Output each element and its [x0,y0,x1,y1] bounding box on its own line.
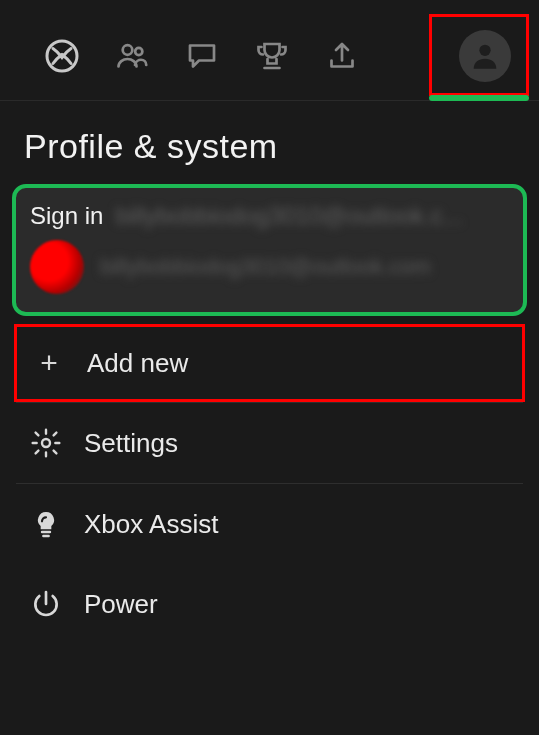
achievements-tab[interactable] [252,36,292,76]
profile-tab[interactable] [459,30,511,82]
add-new-button[interactable]: + Add new [14,324,525,402]
person-icon [468,39,502,73]
account-row: billybobbiodog3010@outlook.com [30,240,509,294]
add-new-label: Add new [87,348,188,379]
xbox-icon [44,38,80,74]
signin-row: Sign in billybobbiodog3010@outlook.c... [30,202,509,230]
svg-point-1 [123,45,133,55]
lightbulb-icon [28,506,64,542]
signin-label: Sign in [30,202,103,230]
power-label: Power [84,589,158,620]
top-tab-bar [0,0,539,101]
xbox-tab[interactable] [42,36,82,76]
friends-tab[interactable] [112,36,152,76]
signin-email-masked: billybobbiodog3010@outlook.c... [115,202,509,230]
active-tab-underline [429,95,529,101]
trophy-icon [254,38,290,74]
xbox-assist-button[interactable]: Xbox Assist [14,484,525,564]
gear-icon [28,425,64,461]
power-button[interactable]: Power [14,564,525,644]
plus-icon: + [31,345,67,381]
upload-icon [324,38,360,74]
settings-label: Settings [84,428,178,459]
xbox-assist-label: Xbox Assist [84,509,218,540]
page-title: Profile & system [0,101,539,180]
svg-point-2 [135,48,142,55]
upload-tab[interactable] [322,36,362,76]
svg-point-3 [479,45,490,56]
chat-tab[interactable] [182,36,222,76]
power-icon [28,586,64,622]
chat-icon [184,38,220,74]
settings-button[interactable]: Settings [14,403,525,483]
account-card[interactable]: Sign in billybobbiodog3010@outlook.c... … [12,184,527,316]
menu: + Add new Settings Xbox Assist Power [0,324,539,644]
account-email-masked: billybobbiodog3010@outlook.com [100,254,431,280]
people-icon [114,38,150,74]
avatar [30,240,84,294]
svg-point-4 [42,439,50,447]
